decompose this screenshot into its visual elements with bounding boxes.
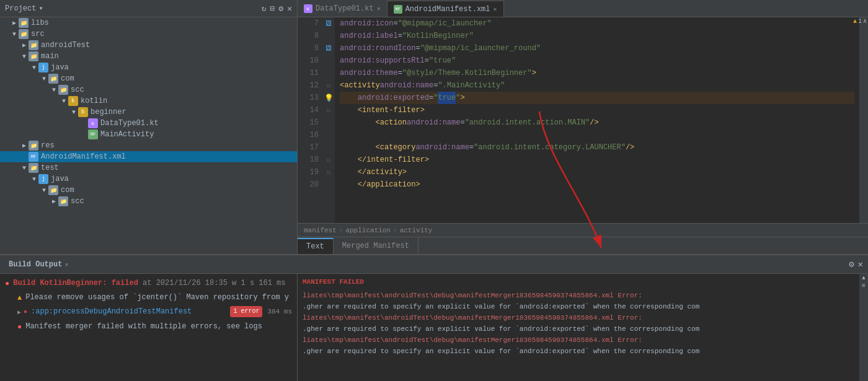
code-line-13: android:exported="true">	[340, 92, 854, 104]
editor-area: K DataType01.kt ✕ MF AndroidManifest.xml…	[298, 0, 868, 254]
tree-label: libs	[31, 19, 49, 27]
collapse-icon[interactable]: ⊟	[270, 4, 275, 14]
tree-item-res[interactable]: ▶ 📁 res	[0, 140, 297, 151]
tree-item-androidmanifest[interactable]: ▶ MF AndroidManifest.xml	[0, 151, 297, 162]
tree-item-scc-test[interactable]: ▶ 📁 scc	[0, 196, 297, 207]
expand-arrow: ▼	[60, 98, 68, 105]
tree-label: beginner	[91, 108, 126, 116]
folder-icon: k	[68, 96, 78, 106]
panel-settings-icon[interactable]: ⚙	[849, 259, 854, 269]
breadcrumb-application[interactable]: application	[345, 227, 391, 234]
panel-close-btn[interactable]: ✕	[858, 259, 863, 269]
tab-merged-label: Merged Manifest	[342, 242, 409, 250]
folder-icon: 📁	[29, 141, 38, 151]
expand-arrow: ▶	[20, 42, 29, 49]
gutter-empty-11	[322, 67, 335, 79]
tree-item-test[interactable]: ▼ 📁 test	[0, 162, 297, 173]
tab-androidmanifest[interactable]: MF AndroidManifest.xml ✕	[388, 1, 504, 17]
code-line-19: </activity>	[340, 166, 854, 178]
kt-file-icon: K	[88, 118, 98, 128]
tree-label: androidTest	[41, 41, 90, 50]
bottom-content: ● Build KotlinBeginner: failed at 2021/1…	[0, 274, 868, 381]
expand-arrow: ▼	[10, 31, 19, 38]
tree-label: res	[41, 141, 55, 150]
tree-label: java	[51, 63, 69, 72]
code-view[interactable]: android:icon="@mipmap/ic_launcher" andro…	[335, 17, 859, 223]
sidebar-header: Project ▾ ↻ ⊟ ⚙ ✕	[0, 0, 297, 17]
breadcrumb-sep: ›	[339, 227, 343, 234]
tab-datatype[interactable]: K DataType01.kt ✕	[298, 1, 388, 17]
tree-item-datatype[interactable]: ▶ K DataType01.kt	[0, 118, 297, 129]
tree-label: java	[51, 175, 69, 183]
right-scroll-panel: ▲ ≡	[859, 274, 868, 381]
build-item-failed[interactable]: ● Build KotlinBeginner: failed at 2021/1…	[0, 276, 297, 291]
error-log-line-6: .gher are required to specify an explici…	[303, 346, 854, 357]
project-sidebar: Project ▾ ↻ ⊟ ⚙ ✕ ▶ 📁 libs ▼ 📁 src ▶	[0, 0, 298, 254]
breadcrumb-activity[interactable]: activity	[400, 227, 433, 234]
error-log: MANIFEST FAILED liates\tmp\manifest\andr…	[298, 274, 859, 381]
error-log-line-5: liates\tmp\manifest\androidTest\debug\ma…	[303, 335, 854, 346]
tree-item-libs[interactable]: ▶ 📁 libs	[0, 17, 297, 28]
xml-file-icon: MF	[29, 152, 38, 162]
line-numbers: 7 8 9 10 11 12 13 14 15 16 17 18 19 20	[298, 17, 322, 223]
warning-indicator: ▲ 1 ∧	[853, 17, 867, 25]
build-item-process[interactable]: ▶ ● :app:processDebugAndroidTestManifest…	[0, 305, 297, 320]
tree-item-mainactivity[interactable]: ▶ MF MainActivity	[0, 129, 297, 140]
gutter-empty-15	[322, 116, 335, 129]
scroll-lines-icon[interactable]: ≡	[862, 282, 866, 289]
tab-close-icon[interactable]: ✕	[377, 5, 381, 12]
tab-label: DataType01.kt	[316, 4, 374, 13]
tab-text[interactable]: Text	[298, 238, 334, 254]
code-line-14: <intent-filter>	[340, 104, 854, 116]
tree-item-main[interactable]: ▼ 📁 main	[0, 51, 297, 62]
scroll-up-btn[interactable]: ▲	[862, 275, 865, 281]
gutter-lightbulb-13[interactable]: 💡	[322, 92, 335, 104]
panel-close-icon[interactable]: ✕	[64, 261, 68, 268]
expand-arrow: ▼	[40, 76, 48, 82]
sidebar-toolbar: ↻ ⊟ ⚙ ✕	[262, 4, 292, 14]
code-line-9: android:roundIcon="@mipmap/ic_launcher_r…	[340, 42, 854, 55]
folder-icon: 📁	[19, 18, 29, 28]
build-tree: ● Build KotlinBeginner: failed at 2021/1…	[0, 274, 298, 381]
tree-item-beginner[interactable]: ▼ b beginner	[0, 107, 297, 118]
tree-label: com	[61, 74, 74, 83]
selected-value: true	[438, 92, 456, 104]
tree-item-com[interactable]: ▼ 📁 com	[0, 73, 297, 84]
tab-close-icon[interactable]: ✕	[493, 6, 497, 13]
code-line-10: android:supportsRtl="true"	[340, 55, 854, 67]
bottom-panel-header: Build Output ✕ ⚙ ✕	[0, 255, 868, 274]
tree-item-kotlin[interactable]: ▼ k kotlin	[0, 95, 297, 107]
breadcrumb-manifest[interactable]: manifest	[304, 227, 337, 234]
chevron-down-icon[interactable]: ▾	[38, 4, 43, 13]
tree-label: src	[31, 30, 45, 38]
sidebar-title: Project ▾	[5, 4, 43, 13]
gutter-fold-19: ◻	[322, 166, 335, 178]
folder-icon: 📁	[29, 40, 38, 50]
tree-item-androidtest[interactable]: ▶ 📁 androidTest	[0, 40, 297, 51]
build-item-text: Build KotlinBeginner: failed at 2021/11/…	[13, 278, 292, 289]
code-line-7: android:icon="@mipmap/ic_launcher"	[340, 17, 854, 30]
gutter-empty-17	[322, 141, 335, 154]
refresh-icon[interactable]: ↻	[262, 4, 267, 14]
editor-scrollbar[interactable]: ▲ 1 ∧	[859, 17, 868, 223]
close-icon[interactable]: ✕	[287, 4, 292, 14]
build-output-tab[interactable]: Build Output ✕	[5, 255, 72, 274]
expand-arrow: ▼	[30, 64, 38, 71]
tab-label: AndroidManifest.xml	[405, 5, 490, 14]
tree-item-java[interactable]: ▼ j java	[0, 62, 297, 73]
build-output-label: Build Output	[9, 260, 62, 269]
code-line-18: </intent-filter>	[340, 154, 854, 166]
tree-item-java-test[interactable]: ▼ j java	[0, 173, 297, 185]
code-line-11: android:theme="@style/Theme.KotlinBeginn…	[340, 67, 854, 79]
build-item-warning[interactable]: ▲ Please remove usages of `jcenter()` Ma…	[0, 291, 297, 305]
gutter-image-9: 🖼	[322, 42, 335, 55]
tree-label: main	[41, 52, 59, 61]
expand-arrow: ▼	[69, 109, 78, 116]
tree-label: scc	[71, 197, 84, 206]
settings-icon[interactable]: ⚙	[278, 4, 283, 14]
tab-merged-manifest[interactable]: Merged Manifest	[334, 238, 418, 254]
tree-item-src[interactable]: ▼ 📁 src	[0, 28, 297, 40]
build-item-merger[interactable]: ● Manifest merger failed with multiple e…	[0, 320, 297, 334]
tree-item-scc[interactable]: ▼ 📁 scc	[0, 84, 297, 95]
tree-item-com-test[interactable]: ▼ 📁 com	[0, 185, 297, 196]
